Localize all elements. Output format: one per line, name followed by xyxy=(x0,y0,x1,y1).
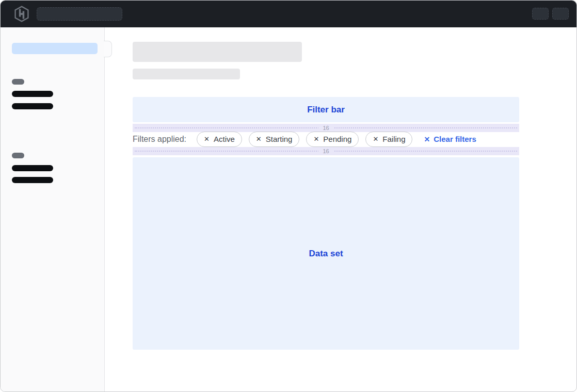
filter-tag-starting[interactable]: ✕ Starting xyxy=(249,132,300,147)
page-subtitle-skeleton xyxy=(133,69,240,79)
close-icon: ✕ xyxy=(373,136,378,142)
filter-tag-label: Failing xyxy=(382,135,405,143)
filter-tags-group: ✕ Active ✕ Starting ✕ Pending ✕ Failing xyxy=(197,132,412,147)
spacing-annotation-bottom: 16 xyxy=(133,147,519,155)
filter-tag-label: Pending xyxy=(323,135,351,143)
filter-bar-region: Filter bar xyxy=(133,97,519,122)
close-icon: ✕ xyxy=(204,136,210,142)
sidebar-section-label-skeleton xyxy=(12,79,24,85)
filter-tag-failing[interactable]: ✕ Failing xyxy=(365,132,412,147)
sidebar xyxy=(1,27,105,391)
app-window: Filter bar 16 Filters applied: ✕ Active … xyxy=(0,0,577,392)
filters-applied-row: Filters applied: ✕ Active ✕ Starting ✕ P… xyxy=(133,131,519,147)
sidebar-nav-item-skeleton xyxy=(12,103,53,109)
filter-tag-label: Starting xyxy=(266,135,293,143)
topbar-action-button-skeleton[interactable] xyxy=(552,8,569,20)
spacing-value: 16 xyxy=(318,125,333,131)
close-icon: ✕ xyxy=(313,136,319,142)
data-set-label: Data set xyxy=(309,249,343,259)
filter-tag-pending[interactable]: ✕ Pending xyxy=(306,132,359,147)
sidebar-nav-item-skeleton xyxy=(12,177,53,183)
clear-filters-label: Clear filters xyxy=(434,135,476,143)
sidebar-collapse-handle[interactable] xyxy=(104,41,112,57)
filter-tag-active[interactable]: ✕ Active xyxy=(197,132,242,147)
data-set-region: Data set xyxy=(133,157,519,350)
top-nav-bar xyxy=(1,1,576,27)
sidebar-nav-item-skeleton xyxy=(12,165,53,171)
sidebar-nav-item-skeleton xyxy=(12,91,53,97)
clear-filters-link[interactable]: ✕ Clear filters xyxy=(424,135,476,143)
clear-filters-icon: ✕ xyxy=(424,136,430,143)
page-title-skeleton xyxy=(133,42,302,62)
hashicorp-logo-icon[interactable] xyxy=(14,6,29,22)
close-icon: ✕ xyxy=(256,136,262,142)
sidebar-section-label-skeleton xyxy=(12,153,24,158)
filter-bar-label: Filter bar xyxy=(307,105,345,115)
spacing-value: 16 xyxy=(318,148,333,154)
topbar-action-button-skeleton[interactable] xyxy=(532,8,549,20)
filter-tag-label: Active xyxy=(214,135,235,143)
filters-applied-label: Filters applied: xyxy=(133,135,186,144)
nav-menu-skeleton xyxy=(37,7,122,21)
sidebar-active-item-skeleton[interactable] xyxy=(12,43,98,54)
